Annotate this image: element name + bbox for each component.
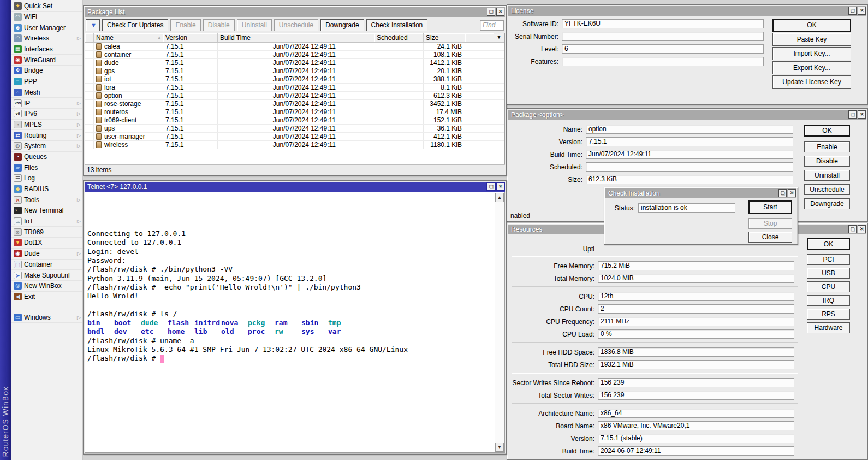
sidebar-item-wireless[interactable]: ◠Wireless▷: [11, 33, 82, 44]
uninstall-button[interactable]: Uninstall: [237, 19, 272, 31]
scheduled-field[interactable]: [586, 162, 793, 172]
build-time-column-header[interactable]: Build Time: [218, 33, 374, 42]
build-time-field[interactable]: 2024-06-07 12:49:11: [598, 446, 794, 456]
irq-button[interactable]: IRQ: [807, 295, 850, 306]
sector-writes-since-reboot-field[interactable]: 156 239: [598, 378, 794, 387]
stop-button[interactable]: Stop: [748, 218, 792, 229]
ok-button[interactable]: OK: [807, 238, 850, 250]
downgrade-button[interactable]: Downgrade: [320, 19, 364, 31]
sidebar-item-log[interactable]: ☰Log: [11, 173, 82, 184]
features-field[interactable]: [562, 57, 764, 66]
maximize-icon[interactable]: ▢: [487, 8, 495, 16]
import-key-button[interactable]: Import Key...: [772, 47, 851, 60]
sidebar-item-mpls[interactable]: ◔MPLS▷: [11, 120, 82, 131]
sidebar-item-system[interactable]: ⚙System▷: [11, 141, 82, 152]
maximize-icon[interactable]: ▢: [778, 189, 787, 197]
sidebar-item-ppp[interactable]: ≡PPP: [11, 76, 82, 87]
paste-key-button[interactable]: Paste Key: [772, 33, 851, 46]
sidebar-item-new-terminal[interactable]: ›_New Terminal: [11, 205, 82, 216]
version-field[interactable]: 7.15.1: [586, 137, 793, 146]
sidebar-item-tr069[interactable]: ⚙TR069: [11, 227, 82, 238]
name-column-header[interactable]: Name▴: [94, 33, 163, 42]
disable-button[interactable]: Disable: [804, 156, 850, 167]
architecture-name-field[interactable]: x86_64: [598, 409, 794, 418]
table-row[interactable]: routeros7.15.1Jun/07/2024 12:49:1117.4 M…: [85, 108, 504, 116]
total-memory-field[interactable]: 1024.0 MiB: [598, 274, 794, 283]
table-row[interactable]: lora7.15.1Jun/07/2024 12:49:118.1 KiB: [85, 84, 504, 92]
telnet-titlebar[interactable]: Telnet <7> 127.0.0.1 ▢✕: [85, 182, 505, 192]
build-time-field[interactable]: Jun/07/2024 12:49:11: [586, 150, 793, 159]
table-row[interactable]: user-manager7.15.1Jun/07/2024 12:49:1141…: [85, 133, 504, 141]
check-installation-titlebar[interactable]: Check Installation ▢✕: [605, 188, 796, 198]
close-icon[interactable]: ✕: [496, 8, 504, 16]
enable-button[interactable]: Enable: [804, 141, 850, 152]
table-row[interactable]: ups7.15.1Jun/07/2024 12:49:1136.1 KiB: [85, 125, 504, 133]
sidebar-item-make-supout-rif[interactable]: ➤Make Supout.rif: [11, 270, 82, 281]
table-row[interactable]: wireless7.15.1Jun/07/2024 12:49:111180.1…: [85, 141, 504, 149]
check-installation-button[interactable]: Check Installation: [366, 19, 428, 31]
total-sector-writes-field[interactable]: 156 239: [598, 391, 794, 400]
terminal[interactable]: Connecting to 127.0.0.1Connected to 127.…: [85, 192, 505, 453]
column-select-dropdown[interactable]: ▼: [494, 33, 504, 42]
rps-button[interactable]: RPS: [807, 309, 850, 320]
sidebar-item-dude[interactable]: ◉Dude▷: [11, 249, 82, 260]
status-field[interactable]: installation is ok: [638, 203, 735, 213]
close-icon[interactable]: ✕: [858, 225, 866, 233]
terminal-scrollbar[interactable]: ▲ ▼: [495, 193, 504, 452]
sidebar-item-routing[interactable]: ⇄Routing▷: [11, 130, 82, 141]
table-row[interactable]: dude7.15.1Jun/07/2024 12:49:111412.1 KiB: [85, 59, 504, 67]
ok-button[interactable]: OK: [772, 19, 851, 32]
sidebar-item-ipv6[interactable]: v6IPv6▷: [11, 109, 82, 120]
ok-button[interactable]: OK: [804, 125, 850, 137]
table-row[interactable]: calea7.15.1Jun/07/2024 12:49:1124.1 KiB: [85, 43, 504, 51]
cpu-button[interactable]: CPU: [807, 281, 850, 292]
name-field[interactable]: option: [586, 125, 793, 134]
sidebar-item-windows[interactable]: ▭Windows▷: [11, 312, 82, 323]
table-row[interactable]: tr069-client7.15.1Jun/07/2024 12:49:1115…: [85, 116, 504, 125]
sidebar-item-interfaces[interactable]: ▦Interfaces: [11, 44, 82, 55]
table-row[interactable]: rose-storage7.15.1Jun/07/2024 12:49:1134…: [85, 100, 504, 108]
close-icon[interactable]: ✕: [496, 182, 504, 191]
disable-button[interactable]: Disable: [203, 19, 235, 31]
software-id-field[interactable]: YFTK-EK6U: [562, 19, 764, 28]
maximize-icon[interactable]: ▢: [848, 225, 857, 233]
package-option-titlebar[interactable]: Package <option> ▢✕: [508, 110, 866, 120]
sidebar-item-user-manager[interactable]: ☻User Manager: [11, 22, 82, 33]
sidebar-item-queues[interactable]: ◔Queues: [11, 152, 82, 163]
find-input[interactable]: Find: [480, 20, 504, 31]
state-column-header[interactable]: [85, 33, 94, 42]
unschedule-button[interactable]: Unschedule: [804, 184, 850, 195]
cpu-frequency-field[interactable]: 2111 MHz: [598, 317, 794, 326]
close-icon[interactable]: ✕: [788, 189, 796, 197]
table-row[interactable]: gps7.15.1Jun/07/2024 12:49:1120.1 KiB: [85, 67, 504, 75]
license-titlebar[interactable]: License ▢✕: [508, 6, 866, 16]
unschedule-button[interactable]: Unschedule: [274, 19, 318, 31]
sidebar-item-exit[interactable]: ◀Exit: [11, 292, 82, 303]
close-button[interactable]: Close: [748, 232, 792, 243]
size-column-header[interactable]: Size: [424, 33, 465, 42]
uninstall-button[interactable]: Uninstall: [804, 170, 850, 181]
sidebar-item-mesh[interactable]: ∴Mesh: [11, 87, 82, 98]
serial-number-field[interactable]: [562, 32, 764, 41]
sidebar-item-new-winbox[interactable]: ◎New WinBox: [11, 281, 82, 292]
scroll-up-icon[interactable]: ▲: [495, 193, 504, 202]
sidebar-item-bridge[interactable]: ✥Bridge: [11, 66, 82, 76]
maximize-icon[interactable]: ▢: [487, 182, 495, 191]
maximize-icon[interactable]: ▢: [848, 110, 857, 119]
usb-button[interactable]: USB: [807, 268, 850, 279]
pci-button[interactable]: PCI: [807, 254, 850, 265]
table-row[interactable]: iot7.15.1Jun/07/2024 12:49:11388.1 KiB: [85, 75, 504, 84]
free-hdd-space-field[interactable]: 1836.8 MiB: [598, 347, 794, 357]
cpu-field[interactable]: 12th: [598, 292, 794, 301]
enable-button[interactable]: Enable: [170, 19, 200, 31]
total-hdd-size-field[interactable]: 1932.1 MiB: [598, 360, 794, 369]
filter-funnel-icon[interactable]: ▼: [86, 19, 100, 31]
hardware-button[interactable]: Hardware: [807, 322, 850, 333]
table-row[interactable]: container7.15.1Jun/07/2024 12:49:11108.1…: [85, 51, 504, 59]
scheduled-column-header[interactable]: Scheduled: [374, 33, 424, 42]
start-button[interactable]: Start: [748, 200, 792, 214]
version-field[interactable]: 7.15.1 (stable): [598, 434, 794, 443]
version-column-header[interactable]: Version: [163, 33, 218, 42]
cpu-load-field[interactable]: 0 %: [598, 329, 794, 339]
free-memory-field[interactable]: 715.2 MiB: [598, 261, 794, 270]
